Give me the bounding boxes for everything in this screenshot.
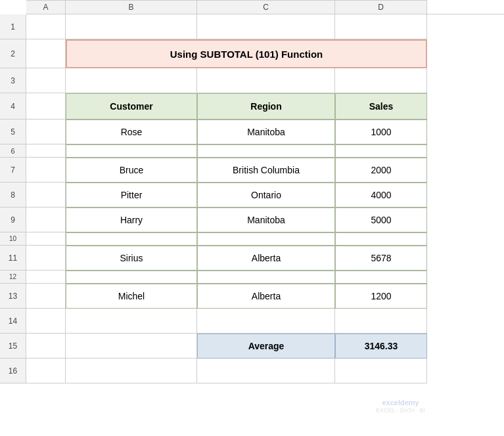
- row-6: 6: [0, 144, 504, 158]
- cell-9d: 5000: [335, 207, 427, 232]
- row-num-1: 1: [0, 14, 26, 39]
- cell-15a: [26, 334, 66, 359]
- row-12: 12: [0, 271, 504, 284]
- row-num-13: 13: [0, 284, 26, 309]
- column-headers: A B C D: [26, 0, 504, 14]
- average-label: Average: [197, 334, 335, 359]
- row-num-12: 12: [0, 271, 26, 284]
- cell-16d: [335, 359, 427, 383]
- cell-5b: Rose: [66, 120, 197, 144]
- cell-11b: Sirius: [66, 246, 197, 271]
- row-7: 7 Bruce British Columbia 2000: [0, 158, 504, 183]
- row-2: 2 Using SUBTOTAL (101) Function: [0, 39, 504, 68]
- cell-8b: Pitter: [66, 183, 197, 207]
- row-5: 5 Rose Manitoba 1000: [0, 120, 504, 144]
- cell-16a: [26, 359, 66, 383]
- header-customer: Customer: [66, 93, 197, 120]
- cell-13a: [26, 284, 66, 309]
- cell-9a: [26, 207, 66, 232]
- cell-12c: [197, 271, 335, 284]
- header-region: Region: [197, 93, 335, 120]
- row-10: 10: [0, 232, 504, 246]
- row-9: 9 Harry Manitoba 5000: [0, 207, 504, 232]
- cell-1a: [26, 14, 66, 39]
- cell-11a: [26, 246, 66, 271]
- col-header-d: D: [335, 0, 427, 14]
- row-num-10: 10: [0, 232, 26, 246]
- row-num-6: 6: [0, 144, 26, 158]
- cell-10d: [335, 232, 427, 246]
- average-value: 3146.33: [335, 334, 427, 359]
- cell-5c: Manitoba: [197, 120, 335, 144]
- cell-15b: [66, 334, 197, 359]
- row-1: 1: [0, 14, 504, 39]
- cell-9c: Manitoba: [197, 207, 335, 232]
- row-num-9: 9: [0, 207, 26, 232]
- cell-7c: British Columbia: [197, 158, 335, 183]
- row-num-7: 7: [0, 158, 26, 183]
- col-header-a: A: [26, 0, 66, 14]
- cell-14d: [335, 309, 427, 334]
- watermark-tagline: EXCEL · DATA · BI: [376, 407, 425, 415]
- row-14: 14: [0, 309, 504, 334]
- row-8: 8 Pitter Ontario 4000: [0, 183, 504, 207]
- row-4: 4 Customer Region Sales: [0, 93, 504, 120]
- row-num-2: 2: [0, 39, 26, 68]
- cell-6a: [26, 144, 66, 158]
- row-num-5: 5: [0, 120, 26, 144]
- cell-12a: [26, 271, 66, 284]
- cell-16c: [197, 359, 335, 383]
- cell-10c: [197, 232, 335, 246]
- row-11: 11 Sirius Alberta 5678: [0, 246, 504, 271]
- rows-container: 1 2 Using SUBTOTAL (101) Function 3 4 Cu…: [0, 14, 504, 383]
- cell-9b: Harry: [66, 207, 197, 232]
- cell-5d: 1000: [335, 120, 427, 144]
- cell-11c: Alberta: [197, 246, 335, 271]
- header-sales: Sales: [335, 93, 427, 120]
- cell-3d: [335, 68, 427, 93]
- cell-6d: [335, 144, 427, 158]
- row-3: 3: [0, 68, 504, 93]
- cell-13d: 1200: [335, 284, 427, 309]
- title-cell: Using SUBTOTAL (101) Function: [66, 39, 427, 68]
- cell-8a: [26, 183, 66, 207]
- cell-3b: [66, 68, 197, 93]
- cell-2a: [26, 39, 66, 68]
- cell-8c: Ontario: [197, 183, 335, 207]
- cell-3c: [197, 68, 335, 93]
- row-num-14: 14: [0, 309, 26, 334]
- cell-1c: [197, 14, 335, 39]
- cell-12b: [66, 271, 197, 284]
- row-13: 13 Michel Alberta 1200: [0, 284, 504, 309]
- cell-13c: Alberta: [197, 284, 335, 309]
- col-header-b: B: [66, 0, 197, 14]
- cell-8d: 4000: [335, 183, 427, 207]
- watermark-logo: exceldemy: [376, 398, 425, 407]
- row-num-4: 4: [0, 93, 26, 120]
- cell-14b: [66, 309, 197, 334]
- cell-4a: [26, 93, 66, 120]
- cell-7b: Bruce: [66, 158, 197, 183]
- cell-3a: [26, 68, 66, 93]
- cell-10b: [66, 232, 197, 246]
- cell-10a: [26, 232, 66, 246]
- watermark: exceldemy EXCEL · DATA · BI: [376, 398, 425, 415]
- cell-13b: Michel: [66, 284, 197, 309]
- cell-11d: 5678: [335, 246, 427, 271]
- cell-16b: [66, 359, 197, 383]
- cell-5a: [26, 120, 66, 144]
- row-num-3: 3: [0, 68, 26, 93]
- cell-1b: [66, 14, 197, 39]
- cell-14a: [26, 309, 66, 334]
- row-15: 15 Average 3146.33: [0, 334, 504, 359]
- cell-6b: [66, 144, 197, 158]
- row-num-15: 15: [0, 334, 26, 359]
- cell-1d: [335, 14, 427, 39]
- row-16: 16: [0, 359, 504, 383]
- cell-7d: 2000: [335, 158, 427, 183]
- cell-7a: [26, 158, 66, 183]
- cell-12d: [335, 271, 427, 284]
- row-num-16: 16: [0, 359, 26, 383]
- cell-14c: [197, 309, 335, 334]
- cell-6c: [197, 144, 335, 158]
